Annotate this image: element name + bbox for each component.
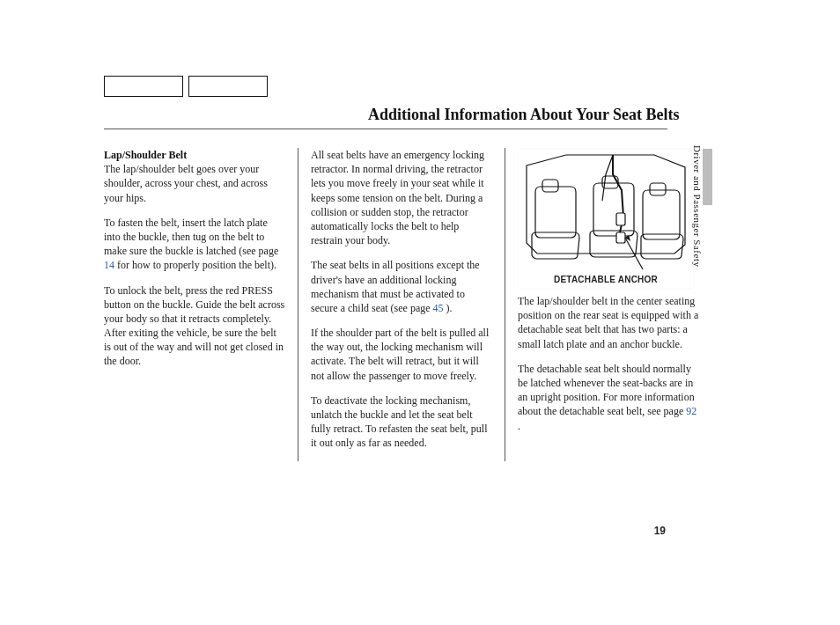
svg-rect-5 — [616, 232, 625, 243]
col2-p2a: The seat belts in all positions except t… — [311, 259, 480, 314]
svg-rect-4 — [616, 213, 625, 225]
col1-p1: The lap/shoulder belt goes over your sho… — [104, 163, 268, 203]
page-number: 19 — [654, 525, 666, 537]
section-tab: Driver and Passenger Safety — [691, 145, 703, 304]
column-2: All seat belts have an emergency locking… — [298, 148, 505, 461]
col1-p2a: To fasten the belt, insert the latch pla… — [104, 217, 278, 257]
figure-caption: DETACHABLE ANCHOR — [518, 274, 694, 286]
page-link-14[interactable]: 14 — [104, 259, 114, 271]
nav-boxes — [104, 76, 268, 97]
col2-p4: To deactivate the locking mechanism, unl… — [311, 393, 492, 451]
col2-p1: All seat belts have an emergency locking… — [311, 148, 492, 247]
subsection-heading: Lap/Shoulder Belt — [104, 149, 187, 161]
section-tab-marker — [703, 149, 712, 205]
seat-belt-illustration: DETACHABLE ANCHOR — [518, 148, 694, 289]
page-link-45[interactable]: 45 — [433, 302, 444, 314]
body-columns: Lap/Shoulder Belt The lap/shoulder belt … — [104, 148, 667, 461]
title-rule — [104, 129, 667, 129]
col1-p2b: for how to properly position the belt). — [114, 259, 276, 271]
section-tab-label: Driver and Passenger Safety — [692, 145, 703, 267]
col2-p3: If the shoulder part of the belt is pull… — [311, 326, 492, 383]
col2-p2: The seat belts in all positions except t… — [311, 258, 492, 315]
detachable-anchor-svg — [518, 148, 694, 289]
page-link-92[interactable]: 92 — [686, 405, 696, 417]
col3-p2: The detachable seat belt should normally… — [518, 362, 699, 433]
manual-page: Additional Information About Your Seat B… — [0, 0, 840, 625]
page-title: Additional Information About Your Seat B… — [368, 106, 680, 124]
col3-p2b: . — [518, 420, 520, 432]
column-1: Lap/Shoulder Belt The lap/shoulder belt … — [104, 148, 298, 461]
col1-p3: To unlock the belt, press the red PRESS … — [104, 283, 285, 369]
nav-box-prev[interactable] — [104, 76, 183, 97]
col2-p2b: ). — [444, 302, 453, 314]
svg-rect-0 — [519, 149, 693, 288]
column-3: DETACHABLE ANCHOR The lap/shoulder belt … — [505, 148, 699, 461]
col1-p2: To fasten the belt, insert the latch pla… — [104, 216, 285, 273]
col3-p1: The lap/shoulder belt in the center seat… — [518, 294, 699, 351]
col3-p2a: The detachable seat belt should normally… — [518, 363, 695, 418]
nav-box-next[interactable] — [188, 76, 268, 97]
